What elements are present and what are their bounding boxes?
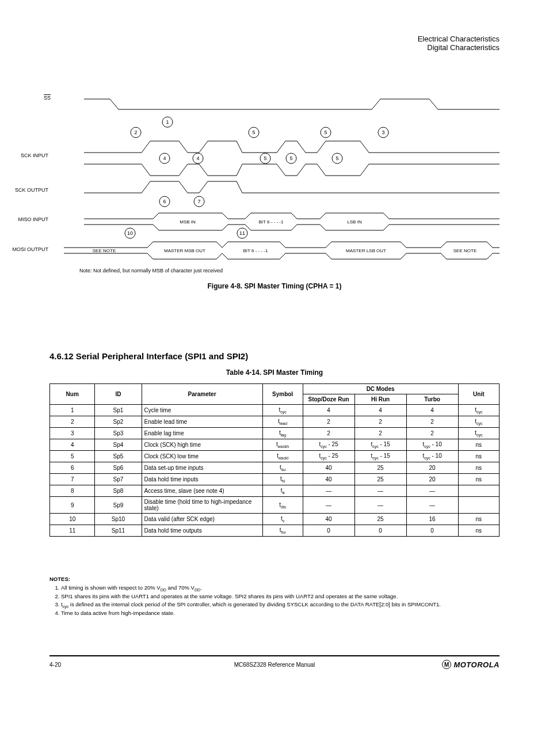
svg-text:2: 2 xyxy=(134,130,137,135)
notes-block: NOTES: All timing is shown with respect … xyxy=(49,576,500,618)
svg-text:10: 10 xyxy=(127,230,133,236)
svg-text:11: 11 xyxy=(239,230,245,236)
table-row: 11Sp11Data hold time outputstho000ns xyxy=(50,525,500,537)
table-row: 10Sp10Data valid (after SCK edge)tv40251… xyxy=(50,514,500,525)
timing-diagram: 1 2 3 4 4 5 5 5 5 5 6 7 10 11 MSB IN BIT… xyxy=(49,86,500,282)
svg-text:4: 4 xyxy=(163,155,166,161)
table-row: 7Sp7Data hold time inputsthi402520ns xyxy=(50,474,500,485)
table-row: 9Sp9Disable time (hold time to high-impe… xyxy=(50,497,500,514)
th-turbo: Turbo xyxy=(406,394,458,405)
page-header: Electrical Characteristics Digital Chara… xyxy=(418,35,500,52)
table-row: 8Sp8Access time, slave (see note 4)ta——— xyxy=(50,485,500,497)
svg-text:7: 7 xyxy=(197,199,200,204)
svg-text:5: 5 xyxy=(252,130,255,135)
svg-text:SEE NOTE: SEE NOTE xyxy=(453,248,476,253)
th-dc: DC Modes xyxy=(303,384,458,394)
table-row: 5Sp5Clock (SCK) low timetwsckltcyc - 25t… xyxy=(50,451,500,462)
svg-text:5: 5 xyxy=(264,155,266,161)
svg-text:MASTER MSB OUT: MASTER MSB OUT xyxy=(164,248,205,253)
table-row: 6Sp6Data set-up time inputstsu402520ns xyxy=(50,462,500,474)
page: Electrical Characteristics Digital Chara… xyxy=(0,0,549,756)
label-sck-in: SCK INPUT xyxy=(8,153,48,158)
svg-text:LSB IN: LSB IN xyxy=(347,219,362,225)
note-item: tcyc is defined as the internal clock pe… xyxy=(61,601,500,609)
notes-list: All timing is shown with respect to 20% … xyxy=(49,584,500,617)
label-sck-out: SCK OUTPUT xyxy=(8,187,48,193)
th-unit: Unit xyxy=(458,384,499,405)
label-mosi: MOSI OUTPUT xyxy=(8,246,48,252)
svg-text:BIT 6 - - - -1: BIT 6 - - - -1 xyxy=(243,248,269,253)
footer-title: MC68SZ328 Reference Manual xyxy=(49,662,500,668)
table-title: Table 4-14. SPI Master Timing xyxy=(0,368,549,377)
th-num: Num xyxy=(50,384,95,405)
label-miso: MISO INPUT xyxy=(8,216,48,222)
th-stop: Stop/Doze Run xyxy=(303,394,354,405)
notes-header: NOTES: xyxy=(49,576,500,583)
table-row: 4Sp4Clock (SCK) high timetwsckhtcyc - 25… xyxy=(50,439,500,451)
svg-text:MSB IN: MSB IN xyxy=(180,219,196,225)
th-param: Parameter xyxy=(142,384,262,405)
header-line-2: Digital Characteristics xyxy=(418,43,500,52)
th-hi: Hi Run xyxy=(354,394,406,405)
svg-text:5: 5 xyxy=(336,155,338,161)
svg-text:5: 5 xyxy=(324,130,327,135)
diagram-note: Note: Not defined, but normally MSB of c… xyxy=(79,268,223,273)
header-line-1: Electrical Characteristics xyxy=(418,35,500,43)
svg-text:BIT 6 - - - -1: BIT 6 - - - -1 xyxy=(259,219,284,225)
svg-text:SEE NOTE: SEE NOTE xyxy=(93,248,116,253)
th-id: ID xyxy=(95,384,142,405)
note-item: All timing is shown with respect to 20% … xyxy=(61,584,500,592)
page-footer: 4-20 MC68SZ328 Reference Manual M MOTORO… xyxy=(49,655,500,669)
svg-text:1: 1 xyxy=(166,119,169,125)
svg-text:3: 3 xyxy=(382,130,384,135)
label-ss: SS xyxy=(10,95,51,101)
note-item: SPI1 shares its pins with the UART1 and … xyxy=(61,593,500,601)
svg-text:6: 6 xyxy=(163,199,166,204)
table-row: 1Sp1Cycle timetcyc444tcyc xyxy=(50,405,500,416)
figure-caption: Figure 4-8. SPI Master Timing (CPHA = 1) xyxy=(0,282,549,290)
th-symbol: Symbol xyxy=(262,384,303,405)
table-row: 3Sp3Enable lag timetlag222tcyc xyxy=(50,428,500,439)
spi-timing-table: Num ID Parameter Symbol DC Modes Unit St… xyxy=(49,383,500,537)
svg-text:5: 5 xyxy=(289,155,292,161)
svg-text:MASTER LSB OUT: MASTER LSB OUT xyxy=(346,248,386,253)
section-title: 4.6.12 Serial Peripheral Interface (SPI1… xyxy=(49,351,248,361)
svg-text:4: 4 xyxy=(196,155,199,161)
note-item: Time to data active from high-impedance … xyxy=(61,610,500,617)
table-row: 2Sp2Enable lead timetlead222tcyc xyxy=(50,416,500,428)
